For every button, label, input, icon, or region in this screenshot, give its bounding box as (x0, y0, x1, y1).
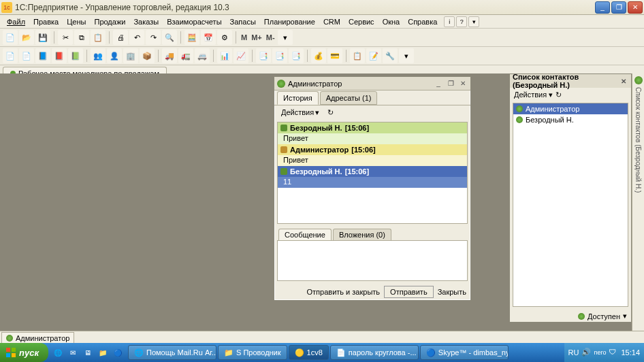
maximize-button[interactable]: ❐ (611, 1, 626, 14)
menu-windows[interactable]: Окна (379, 16, 404, 27)
contacts-refresh-icon[interactable]: ↻ (556, 90, 562, 99)
ql-icon[interactable]: ✉ (66, 346, 80, 359)
memory-mplus[interactable]: M+ (250, 33, 263, 42)
undo-icon[interactable]: ↶ (129, 30, 144, 45)
menu-edit[interactable]: Правка (29, 16, 63, 27)
print-icon[interactable]: 🖨 (113, 30, 128, 45)
tb2-icon[interactable]: 🔧 (383, 48, 398, 63)
tb2-icon[interactable]: 🚚 (162, 48, 177, 63)
task-button[interactable]: 🔵 Skype™ - dimbas_ny (420, 345, 509, 360)
task-button[interactable]: 📁 S Проводник (218, 345, 287, 360)
tb2-icon[interactable]: 📘 (35, 48, 50, 63)
task-button[interactable]: 🌐 Помощь Mail.Ru Аг... (128, 345, 216, 360)
tb2-icon[interactable]: 📕 (52, 48, 67, 63)
cut-icon[interactable]: ✂ (58, 30, 73, 45)
contact-item[interactable]: Администратор (513, 103, 628, 114)
calc-icon[interactable]: 🧮 (184, 30, 199, 45)
menu-crm[interactable]: CRM (319, 16, 344, 27)
tab-attachments[interactable]: Вложения (0) (333, 229, 391, 240)
tb2-icon[interactable]: 📝 (366, 48, 381, 63)
paste-icon[interactable]: 📋 (91, 30, 106, 45)
ql-icon[interactable]: 📁 (96, 346, 110, 359)
memory-mminus[interactable]: M- (265, 33, 276, 42)
close-button[interactable]: ✕ (628, 1, 643, 14)
chat-close-button[interactable]: ✕ (458, 79, 468, 88)
tb2-icon[interactable]: 🚛 (178, 48, 193, 63)
tb2-icon[interactable]: 📑 (289, 48, 304, 63)
tray-nero[interactable]: nero (594, 349, 606, 356)
tb2-icon[interactable]: 📈 (234, 48, 248, 63)
help-index-icon[interactable]: i (444, 16, 455, 27)
open-icon[interactable]: 📂 (19, 30, 34, 45)
send-close-button[interactable]: Отправить и закрыть (307, 288, 381, 296)
dropdown-icon[interactable]: ▾ (399, 48, 414, 63)
copy-icon[interactable]: ⧉ (74, 30, 89, 45)
tool-icon[interactable]: ⚙ (217, 30, 232, 45)
menu-settlements[interactable]: Взаиморасчеты (163, 16, 225, 27)
new-doc-icon[interactable]: 📄 (3, 30, 18, 45)
help-book-icon[interactable]: ? (456, 16, 467, 27)
find-icon[interactable]: 🔍 (162, 30, 177, 45)
tb2-icon[interactable]: 📄 (3, 48, 18, 63)
menu-service[interactable]: Сервис (344, 16, 379, 27)
message-list[interactable]: Безродный Н. [15:06] Привет Администрато… (277, 122, 468, 224)
menu-sales[interactable]: Продажи (90, 16, 129, 27)
menu-help[interactable]: Справка (404, 16, 441, 27)
actions-dropdown[interactable]: Действия ▾ (278, 108, 322, 118)
redo-icon[interactable]: ↷ (146, 30, 161, 45)
tb2-icon[interactable]: 💳 (327, 48, 342, 63)
tb2-icon[interactable]: 📑 (272, 48, 287, 63)
start-button[interactable]: пуск (0, 343, 48, 362)
window-item-admin[interactable]: Администратор (1, 332, 74, 344)
tb2-icon[interactable]: 📑 (256, 48, 271, 63)
tray-icon[interactable]: 🔊 (581, 348, 591, 357)
menu-stock[interactable]: Запасы (226, 16, 260, 27)
contacts-close-button[interactable]: ✕ (619, 76, 628, 86)
clock[interactable]: 15:14 (621, 348, 640, 357)
menu-prices[interactable]: Цены (63, 16, 90, 27)
refresh-icon[interactable]: ↻ (325, 108, 336, 118)
close-button[interactable]: Закрыть (438, 288, 466, 296)
dropdown-icon[interactable]: ▾ (278, 30, 293, 45)
vertical-panel-strip[interactable]: Список контактов (Безродный Н.) (632, 73, 644, 331)
tb2-icon[interactable]: 📊 (217, 48, 232, 63)
language-indicator[interactable]: RU (568, 348, 579, 357)
memory-m[interactable]: M (240, 33, 248, 42)
task-button[interactable]: 📄 пароль круглова -... (330, 345, 419, 360)
task-button[interactable]: 🟡 1cv8 (289, 345, 329, 360)
tab-history[interactable]: История (277, 91, 319, 105)
tb2-icon[interactable]: 📄 (19, 48, 34, 63)
ql-icon[interactable]: 🔵 (111, 346, 125, 359)
tray-icon[interactable]: 🛡 (609, 348, 618, 357)
save-icon[interactable]: 💾 (35, 30, 50, 45)
ql-icon[interactable]: 🖥 (81, 346, 95, 359)
calendar-icon[interactable]: 📅 (201, 30, 216, 45)
tab-message[interactable]: Сообщение (278, 229, 332, 240)
tb2-icon[interactable]: 📋 (350, 48, 365, 63)
tab-recipients[interactable]: Адресаты (1) (320, 91, 378, 105)
tb2-icon[interactable]: 📗 (68, 48, 83, 63)
menu-file[interactable]: Файл (3, 16, 29, 27)
contacts-list[interactable]: Администратор Безродный Н. (513, 103, 628, 307)
contacts-status[interactable]: Доступен ▾ (578, 312, 627, 320)
chat-titlebar[interactable]: Администратор _ ❐ ✕ (274, 77, 470, 90)
contacts-titlebar[interactable]: Список контактов (Безродный Н.) ✕ (510, 74, 631, 88)
tb2-icon[interactable]: 📦 (140, 48, 155, 63)
chat-maximize-button[interactable]: ❐ (446, 79, 455, 88)
tb2-icon[interactable]: 🚐 (195, 48, 210, 63)
send-button[interactable]: Отправить (384, 286, 434, 298)
chat-minimize-button[interactable]: _ (434, 79, 443, 88)
tb2-icon[interactable]: 🏢 (123, 48, 138, 63)
contacts-actions-dropdown[interactable]: Действия ▾ (514, 90, 553, 99)
dropdown-icon[interactable]: ▾ (468, 16, 479, 27)
menu-planning[interactable]: Планирование (260, 16, 319, 27)
compose-textarea[interactable] (277, 240, 468, 281)
tb2-icon[interactable]: 👥 (91, 48, 106, 63)
tb2-icon[interactable]: 💰 (311, 48, 326, 63)
contacts-panel: Список контактов (Безродный Н.) ✕ Действ… (509, 73, 632, 323)
tb2-icon[interactable]: 👤 (107, 48, 122, 63)
contact-item[interactable]: Безродный Н. (513, 114, 628, 125)
minimize-button[interactable]: _ (595, 1, 610, 14)
menu-orders[interactable]: Заказы (129, 16, 163, 27)
ql-icon[interactable]: 🌐 (51, 346, 65, 359)
